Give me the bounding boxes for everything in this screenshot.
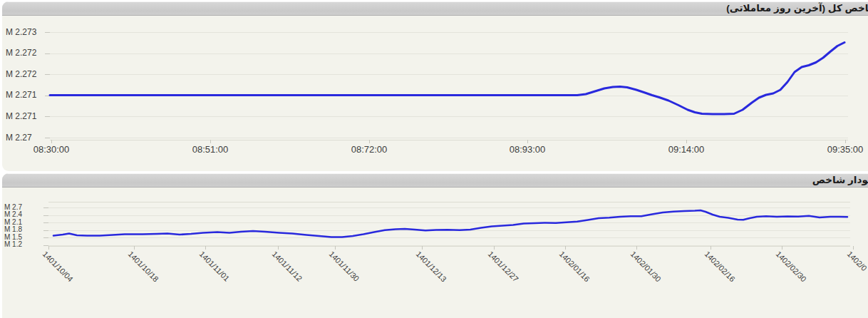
chart-lines-layer <box>0 0 868 318</box>
index-line <box>53 210 847 237</box>
page: شاخص كل (آخرين روز معاملاتی) نمودار شاخص… <box>0 0 868 318</box>
index-line <box>50 43 844 115</box>
